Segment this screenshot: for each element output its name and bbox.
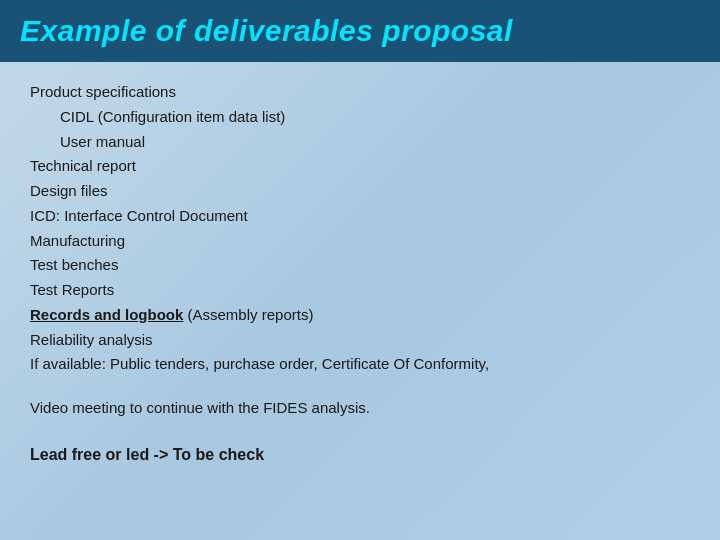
list-item: User manual [60,130,700,155]
bottom-section: Video meeting to continue with the FIDES… [0,399,720,464]
title-bar: Example of deliverables proposal [0,0,720,62]
lead-free-bold: Lead free or led [30,446,149,463]
list-item: Design files [30,179,700,204]
list-item: CIDL (Configuration item data list) [60,105,700,130]
list-item: If available: Public tenders, purchase o… [30,352,700,377]
lead-free-check: To be check [173,446,264,463]
list-item: Product specifications [30,80,700,105]
lead-free-text: Lead free or led -> To be check [30,446,700,464]
list-item: Technical report [30,154,700,179]
video-meeting-text: Video meeting to continue with the FIDES… [30,399,700,416]
content-area: Product specifications CIDL (Configurati… [0,80,720,377]
list-item: Records and logbook (Assembly reports) [30,303,700,328]
list-item: Test Reports [30,278,700,303]
list-item: ICD: Interface Control Document [30,204,700,229]
list-item: Manufacturing [30,229,700,254]
lead-free-arrow: -> [154,446,173,463]
list-item: Test benches [30,253,700,278]
slide-title: Example of deliverables proposal [20,14,513,47]
slide: Example of deliverables proposal Product… [0,0,720,540]
list-item: Reliability analysis [30,328,700,353]
